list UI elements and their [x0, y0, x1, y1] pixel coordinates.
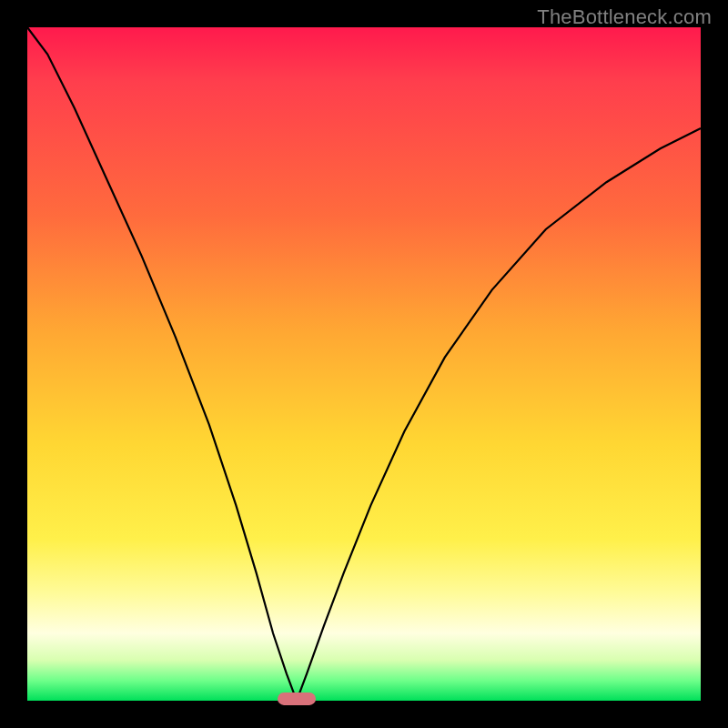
- curve-right-branch: [297, 128, 701, 701]
- bottleneck-curve: [27, 27, 701, 701]
- curve-left-branch: [27, 27, 297, 701]
- optimal-marker-pill: [278, 693, 316, 705]
- plot-area: [27, 27, 701, 701]
- chart-frame: TheBottleneck.com: [0, 0, 728, 728]
- watermark-text: TheBottleneck.com: [537, 5, 712, 29]
